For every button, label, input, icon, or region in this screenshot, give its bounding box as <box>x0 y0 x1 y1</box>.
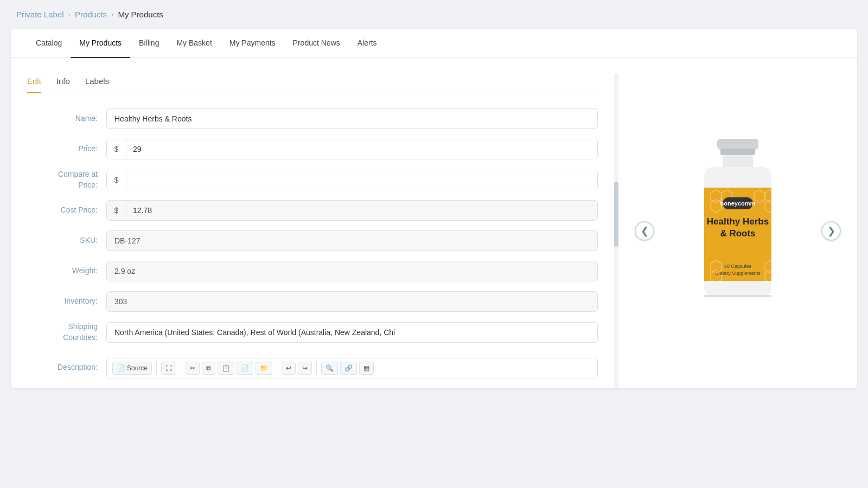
inventory-input-wrap <box>106 291 598 312</box>
weight-row: Weight: <box>27 261 598 281</box>
link-icon: 🔗 <box>344 364 353 372</box>
tab-alerts[interactable]: Alerts <box>349 29 386 58</box>
cost-label: Cost Price: <box>27 205 98 216</box>
paste-text-icon: 📄 <box>241 364 249 372</box>
search-icon: 🔍 <box>326 364 334 372</box>
tab-product-news[interactable]: Product News <box>284 29 349 58</box>
tab-my-basket[interactable]: My Basket <box>168 29 220 58</box>
inventory-label: Inventory: <box>27 296 98 307</box>
shipping-input[interactable] <box>106 322 598 343</box>
copy-icon: ⧉ <box>206 364 211 372</box>
cost-input-wrap: $ <box>106 200 598 221</box>
toolbar-paste-btn[interactable]: 📋 <box>218 362 234 375</box>
sub-tabs: Edit Info Labels <box>27 73 598 93</box>
toolbar-source-label: Source <box>127 364 148 372</box>
price-input[interactable] <box>126 139 597 159</box>
carousel-next-btn[interactable]: ❯ <box>821 221 841 241</box>
form-section: Edit Info Labels Name: Price: $ <box>27 73 598 388</box>
price-input-wrap: $ <box>106 139 598 159</box>
svg-text:honeycomm: honeycomm <box>720 200 756 207</box>
price-label: Price: <box>27 144 98 155</box>
toolbar-copy-btn[interactable]: ⧉ <box>202 362 215 375</box>
breadcrumb-products[interactable]: Products <box>75 10 107 19</box>
sku-row: SKU: <box>27 230 598 251</box>
carousel-prev-btn[interactable]: ❮ <box>635 221 654 241</box>
sku-input-wrap <box>106 230 598 251</box>
sub-tab-info[interactable]: Info <box>56 73 70 93</box>
cut-icon: ✂ <box>190 364 195 372</box>
table-icon: ▦ <box>363 364 369 372</box>
paste-word-icon: 📁 <box>260 364 268 372</box>
toolbar-search-btn[interactable]: 🔍 <box>321 362 338 375</box>
sku-label: SKU: <box>27 235 98 246</box>
sub-tab-edit[interactable]: Edit <box>27 73 41 93</box>
toolbar-undo-btn[interactable]: ↩ <box>282 362 296 375</box>
tab-my-products[interactable]: My Products <box>71 29 130 58</box>
compare-field-group: $ <box>106 170 598 190</box>
product-bottle: honeycomm Healthy Herbs & Roots 60 Capsu… <box>635 133 841 318</box>
scrollbar[interactable] <box>614 73 618 388</box>
breadcrumb-private-label[interactable]: Private Label <box>16 10 64 19</box>
tab-billing[interactable]: Billing <box>130 29 168 58</box>
compare-input-wrap: $ <box>106 170 598 190</box>
tab-catalog[interactable]: Catalog <box>27 29 71 58</box>
toolbar-link-btn[interactable]: 🔗 <box>340 362 357 375</box>
weight-input <box>106 261 598 281</box>
svg-text:Dietary Supplements: Dietary Supplements <box>715 271 761 276</box>
breadcrumb-sep-1: › <box>68 10 71 18</box>
description-label: Description: <box>27 358 98 373</box>
svg-rect-1 <box>720 149 755 155</box>
svg-rect-21 <box>704 295 771 297</box>
toolbar-source-btn[interactable]: 📄 Source <box>112 362 152 375</box>
scroll-thumb[interactable] <box>614 182 618 247</box>
sku-input <box>106 230 598 251</box>
toolbar-sep-4 <box>316 362 317 374</box>
weight-input-wrap <box>106 261 598 281</box>
name-label: Name: <box>27 113 98 124</box>
svg-rect-2 <box>723 155 753 168</box>
top-nav: Catalog My Products Billing My Basket My… <box>11 29 857 58</box>
cost-field-group: $ <box>106 200 598 221</box>
sub-tab-labels[interactable]: Labels <box>85 73 109 93</box>
description-toolbar-wrap: 📄 Source ⛶ ✂ ⧉ <box>106 358 598 378</box>
description-toolbar: 📄 Source ⛶ ✂ ⧉ <box>106 358 598 378</box>
inventory-input <box>106 291 598 312</box>
compare-input[interactable] <box>126 170 597 190</box>
svg-text:60 Capsules: 60 Capsules <box>724 264 752 269</box>
compare-prefix: $ <box>107 170 126 190</box>
price-field-group: $ <box>106 139 598 159</box>
toolbar-sep-2 <box>181 362 181 374</box>
toolbar-paste-text-btn[interactable]: 📄 <box>237 362 253 375</box>
toolbar-fullscreen-btn[interactable]: ⛶ <box>161 362 176 375</box>
svg-text:Healthy Herbs: Healthy Herbs <box>707 216 769 227</box>
cost-input <box>126 201 597 220</box>
main-card: Catalog My Products Billing My Basket My… <box>11 29 857 388</box>
name-input[interactable] <box>106 108 598 129</box>
breadcrumb: Private Label › Products › My Products <box>0 0 868 29</box>
product-image-section: ❮ <box>635 73 841 388</box>
toolbar-sep-3 <box>277 362 277 374</box>
svg-rect-0 <box>717 139 758 150</box>
source-icon: 📄 <box>117 364 125 372</box>
tab-my-payments[interactable]: My Payments <box>221 29 284 58</box>
undo-icon: ↩ <box>286 364 291 372</box>
name-row: Name: <box>27 108 598 129</box>
fullscreen-icon: ⛶ <box>165 364 172 372</box>
toolbar-table-btn[interactable]: ▦ <box>359 362 374 375</box>
price-prefix: $ <box>107 139 126 159</box>
toolbar-sep-1 <box>156 362 157 374</box>
price-row: Price: $ <box>27 139 598 159</box>
breadcrumb-current: My Products <box>118 10 163 19</box>
content-area: Edit Info Labels Name: Price: $ <box>11 58 857 388</box>
cost-row: Cost Price: $ <box>27 200 598 221</box>
inventory-row: Inventory: <box>27 291 598 312</box>
toolbar-redo-btn[interactable]: ↪ <box>298 362 312 375</box>
breadcrumb-sep-2: › <box>111 10 113 18</box>
redo-icon: ↪ <box>302 364 308 372</box>
paste-icon: 📋 <box>222 364 230 372</box>
shipping-input-wrap <box>106 322 598 343</box>
toolbar-cut-btn[interactable]: ✂ <box>186 362 200 375</box>
shipping-label: ShippingCountries: <box>27 322 98 343</box>
description-row: Description: 📄 Source ⛶ ✂ <box>27 352 598 378</box>
toolbar-paste-word-btn[interactable]: 📁 <box>256 362 272 375</box>
